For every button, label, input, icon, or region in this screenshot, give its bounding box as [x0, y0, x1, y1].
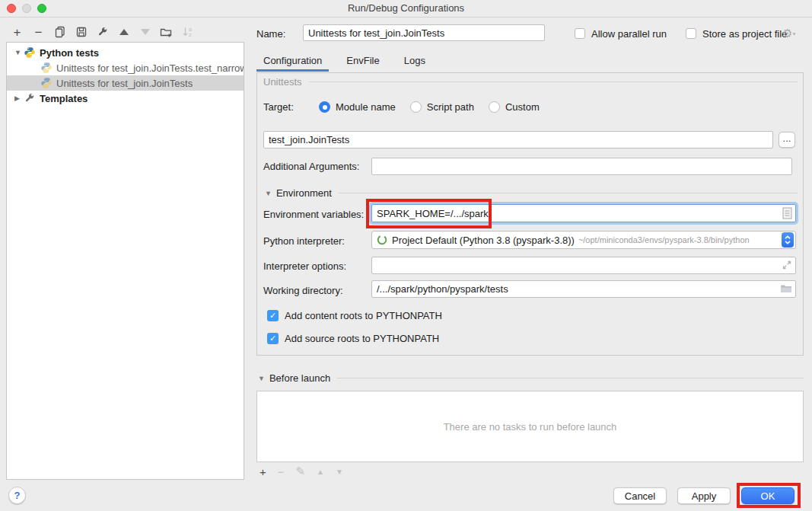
settings-tabs: Configuration EnvFile Logs	[256, 50, 432, 72]
python-interpreter-label: Python interpreter:	[263, 235, 345, 247]
unittests-group-label: Unittests	[263, 76, 302, 88]
run-debug-configurations-dialog: Run/Debug Configurations + − az ▼ Pyth	[0, 0, 812, 511]
new-folder-icon[interactable]	[160, 26, 173, 39]
move-down-icon	[139, 26, 151, 39]
environment-variables-input[interactable]	[371, 204, 796, 222]
collapse-before-launch-icon[interactable]: ▼	[258, 375, 265, 382]
traffic-lights	[7, 4, 46, 13]
tree-item-label: Unittests for test_join.JoinTests	[56, 78, 193, 89]
combo-spinner-icon[interactable]	[782, 232, 794, 248]
close-window-button[interactable]	[7, 4, 16, 13]
expanded-twisty-icon[interactable]: ▼	[14, 49, 24, 56]
target-option-script-path[interactable]: Script path	[410, 101, 474, 113]
no-tasks-message: There are no tasks to run before launch	[444, 421, 617, 433]
radio-custom[interactable]	[489, 101, 500, 113]
name-input[interactable]	[303, 24, 545, 41]
add-task-icon[interactable]: +	[260, 465, 266, 478]
environment-section-label: Environment	[276, 187, 332, 199]
ok-button[interactable]: OK	[741, 487, 794, 504]
store-as-project-file-label: Store as project file	[702, 28, 787, 40]
python-test-icon	[40, 77, 53, 89]
browse-folder-icon[interactable]	[780, 283, 792, 296]
conda-env-icon	[377, 235, 387, 245]
browse-module-button[interactable]: ...	[779, 132, 795, 148]
radio-module-name[interactable]	[319, 101, 330, 113]
move-task-down-icon: ▼	[336, 468, 343, 476]
interpreter-value: Project Default (Python 3.8 (pyspark-3.8…	[392, 235, 575, 246]
zoom-window-button[interactable]	[37, 4, 46, 13]
tree-item-python-tests[interactable]: ▼ Python tests	[7, 45, 244, 60]
working-directory-field-wrap	[371, 280, 796, 298]
tab-envfile[interactable]: EnvFile	[339, 55, 386, 72]
configuration-form: Unittests Target: Module name Script pat…	[256, 72, 804, 356]
interpreter-options-field-wrap	[371, 257, 796, 274]
store-options-gear-icon[interactable]: ⚙▾	[782, 28, 795, 40]
python-interpreter-select[interactable]: Project Default (Python 3.8 (pyspark-3.8…	[371, 231, 796, 249]
remove-configuration-icon[interactable]: −	[32, 26, 45, 39]
env-vars-list-icon[interactable]	[782, 207, 792, 222]
tree-item-label: Unittests for test_join.JoinTests.test_n…	[56, 62, 244, 74]
tab-logs[interactable]: Logs	[397, 55, 432, 72]
cancel-button[interactable]: Cancel	[613, 487, 667, 504]
module-name-input[interactable]	[263, 131, 773, 149]
svg-text:z: z	[189, 32, 192, 37]
remove-task-icon: −	[278, 465, 285, 478]
target-row: Target: Module name Script path Custom	[263, 101, 554, 113]
add-configuration-icon[interactable]: +	[11, 26, 24, 39]
python-test-icon	[40, 62, 53, 74]
environment-section-header[interactable]: ▼ Environment	[265, 187, 798, 199]
tab-configuration[interactable]: Configuration	[256, 55, 329, 72]
wrench-icon	[24, 92, 36, 104]
svg-text:a: a	[189, 27, 192, 32]
radio-script-path[interactable]	[410, 101, 422, 113]
add-content-roots-checkbox[interactable]: ✓	[267, 310, 279, 321]
before-launch-toolbar: + − ✎ ▲ ▼	[260, 465, 343, 478]
help-button[interactable]: ?	[8, 487, 26, 504]
configurations-tree: ▼ Python tests Unittests for test_join.J…	[6, 42, 244, 480]
interpreter-options-input[interactable]	[371, 257, 796, 274]
sort-configurations-icon: az	[181, 26, 194, 39]
before-launch-section-header[interactable]: ▼ Before launch	[258, 372, 804, 384]
tree-item-label: Python tests	[40, 47, 99, 59]
interpreter-path: ~/opt/miniconda3/envs/pyspark-3.8/bin/py…	[578, 235, 782, 244]
before-launch-tasks-panel: There are no tasks to run before launch	[256, 391, 804, 462]
titlebar: Run/Debug Configurations	[0, 0, 812, 18]
additional-arguments-input[interactable]	[371, 158, 792, 175]
copy-configuration-icon[interactable]	[53, 26, 66, 39]
environment-variables-label: Environment variables:	[263, 209, 364, 220]
tree-item-unittests-test-narrow[interactable]: Unittests for test_join.JoinTests.test_n…	[7, 60, 244, 75]
tree-item-unittests-jointests-selected[interactable]: Unittests for test_join.JoinTests	[7, 75, 244, 91]
before-launch-section-label: Before launch	[269, 372, 330, 384]
target-option-custom[interactable]: Custom	[489, 101, 540, 113]
collapsed-twisty-icon[interactable]: ▶	[14, 94, 24, 102]
window-title: Run/Debug Configurations	[0, 0, 812, 17]
add-source-roots-checkbox[interactable]: ✓	[267, 333, 279, 344]
additional-arguments-label: Additional Arguments:	[263, 161, 359, 172]
unittests-group-header: Unittests	[263, 76, 798, 88]
add-source-roots-label: Add source roots to PYTHONPATH	[285, 333, 439, 344]
expand-field-icon[interactable]	[782, 260, 792, 273]
add-content-roots-label: Add content roots to PYTHONPATH	[285, 310, 442, 321]
tree-item-label: Templates	[40, 93, 88, 104]
python-icon	[24, 46, 36, 59]
working-directory-label: Working directory:	[263, 285, 343, 296]
working-directory-input[interactable]	[371, 280, 796, 298]
target-label: Target:	[263, 101, 319, 113]
store-as-project-file-checkbox[interactable]	[686, 28, 696, 39]
edit-templates-icon[interactable]	[96, 26, 109, 39]
apply-button[interactable]: Apply	[677, 487, 731, 504]
configurations-toolbar: + − az	[11, 25, 194, 39]
allow-parallel-run-label: Allow parallel run	[591, 28, 667, 40]
move-task-up-icon: ▲	[317, 468, 324, 476]
save-configuration-icon[interactable]	[75, 26, 88, 39]
move-up-icon[interactable]	[117, 26, 130, 39]
collapse-environment-icon[interactable]: ▼	[265, 190, 272, 197]
allow-parallel-run-checkbox[interactable]	[575, 28, 585, 39]
interpreter-options-label: Interpreter options:	[263, 260, 346, 272]
tree-item-templates[interactable]: ▶ Templates	[7, 91, 244, 106]
name-label: Name:	[256, 28, 285, 40]
edit-task-icon: ✎	[296, 465, 306, 478]
minimize-window-button	[22, 4, 31, 13]
target-option-module-name[interactable]: Module name	[319, 101, 396, 113]
environment-variables-field-wrap	[371, 204, 796, 222]
